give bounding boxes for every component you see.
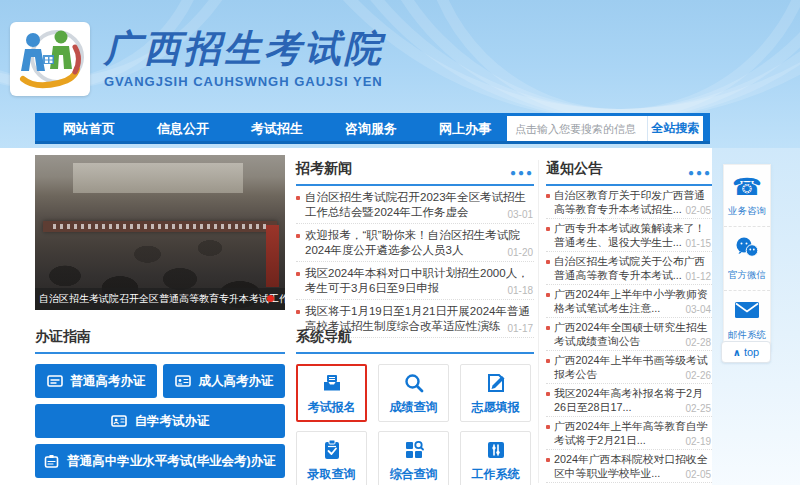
notice-date: 02-25: [685, 403, 711, 414]
guide-title: 办证指南: [35, 328, 91, 346]
notice-item[interactable]: 自治区教育厅关于印发广西普通高等教育专升本考试招生... 02-05: [546, 186, 712, 219]
id-card-icon: [175, 374, 191, 388]
notice-date: 01-15: [685, 238, 711, 249]
news-item[interactable]: 我区2024年本科对口中职计划招生2000人，考生可于3月6日至9日申报 01-…: [296, 262, 534, 300]
notice-date: 02-05: [685, 205, 711, 216]
notices-title: 通知公告: [546, 160, 602, 178]
carousel-indicator-dot[interactable]: [267, 295, 274, 302]
nav-item-info[interactable]: 信息公开: [143, 120, 223, 138]
notice-item[interactable]: 广西2024年上半年高等教育自学考试将于2月21日... 02-19: [546, 417, 712, 450]
notice-item[interactable]: 广西2024年上半年中小学教师资格考试笔试考生注意... 03-04: [546, 285, 712, 318]
quick-sidebar: ☎ 业务咨询 官方微信 邮件系统: [723, 164, 771, 351]
chevron-up-icon: ∧: [733, 347, 741, 358]
guide-button-huikao[interactable]: 普通高中学业水平考试(毕业会考)办证: [35, 444, 285, 478]
sliders-icon: [484, 438, 508, 462]
notice-date: 03-04: [685, 304, 711, 315]
news-title: 招考新闻: [296, 160, 352, 178]
tile-comprehensive-inquiry[interactable]: 综合查询: [378, 431, 449, 485]
sidebar-item-consult[interactable]: ☎ 业务咨询: [724, 165, 770, 227]
grid-search-icon: [402, 438, 426, 462]
inbox-icon: [320, 371, 344, 395]
phone-icon: ☎: [732, 174, 762, 200]
notice-item[interactable]: 我区2024年高考补报名将于2月26日至28日17... 02-25: [546, 384, 712, 417]
notice-item[interactable]: 自治区招生考试院关于公布广西普通高等教育专升本考试... 01-12: [546, 252, 712, 285]
site-title: 广西招生考试院: [104, 26, 384, 70]
bullet-icon: [546, 227, 550, 231]
mail-icon: [734, 300, 760, 324]
notice-date: 01-12: [685, 271, 711, 282]
id-card-icon: [111, 414, 127, 428]
systems-section: 系统导航 考试报名 成绩查询 志愿填报: [296, 328, 534, 485]
back-to-top-button[interactable]: ∧ top: [721, 341, 771, 363]
bullet-icon: [296, 234, 300, 238]
search-icon: [402, 371, 426, 395]
badge-icon: [44, 454, 59, 469]
site-search: 全站搜索: [507, 116, 703, 141]
notice-date: 02-26: [685, 370, 711, 381]
news-item[interactable]: 欢迎报考，“职”盼你来！自治区招生考试院2024年度公开遴选参公人员3人 01-…: [296, 224, 534, 262]
site-subtitle: GVANGJSIH CAUHSWNGH GAUJSI YEN: [104, 74, 384, 89]
search-button[interactable]: 全站搜索: [647, 116, 703, 141]
bullet-icon: [546, 260, 550, 264]
bullet-icon: [546, 326, 550, 330]
notice-date: 02-28: [685, 337, 711, 348]
bullet-icon: [296, 310, 300, 314]
nav-item-online[interactable]: 网上办事: [425, 120, 505, 138]
carousel-caption: 自治区招生考试院召开全区普通高等教育专升本考试工作推进会: [35, 288, 285, 310]
guide-button-gaokao[interactable]: 普通高考办证: [35, 364, 157, 398]
guide-button-chengkao[interactable]: 成人高考办证: [163, 364, 285, 398]
notice-date: 02-05: [685, 469, 711, 480]
search-input[interactable]: [507, 116, 647, 141]
main-nav: 网站首页 信息公开 考试招生 咨询服务 网上办事 全站搜索: [35, 113, 710, 144]
news-panel: 招考新闻 ●●● 自治区招生考试院召开2023年全区考试招生工作总结会暨2024…: [296, 160, 534, 338]
bullet-icon: [546, 458, 550, 462]
nav-item-exams[interactable]: 考试招生: [237, 120, 317, 138]
notices-panel: 通知公告 ●●● 自治区教育厅关于印发广西普通高等教育专升本考试招生... 02…: [538, 160, 712, 483]
wechat-icon: [734, 236, 760, 264]
guide-section: 办证指南 普通高考办证 成人高考办证 自学考试办证: [35, 328, 285, 478]
notices-more-link[interactable]: ●●●: [688, 168, 712, 178]
tile-score-inquiry[interactable]: 成绩查询: [378, 364, 449, 422]
site-title-block: 广西招生考试院 GVANGJSIH CAUHSWNGH GAUJSI YEN: [104, 26, 384, 89]
carousel-photo-crowd: [35, 155, 285, 310]
nav-item-consult[interactable]: 咨询服务: [331, 120, 411, 138]
page: 广西招生考试院 GVANGJSIH CAUHSWNGH GAUJSI YEN 网…: [0, 0, 800, 485]
news-more-link[interactable]: ●●●: [510, 168, 534, 178]
notice-item[interactable]: 广西专升本考试政策解读来了！普通考生、退役大学生士... 01-15: [546, 219, 712, 252]
site-logo[interactable]: [10, 22, 90, 96]
bullet-icon: [546, 425, 550, 429]
notice-date: 02-19: [685, 436, 711, 447]
tile-volunteer-filling[interactable]: 志愿填报: [460, 364, 531, 422]
news-item[interactable]: 自治区招生考试院召开2023年全区考试招生工作总结会暨2024年工作务虚会 03…: [296, 186, 534, 224]
notice-item[interactable]: 广西2024年全国硕士研究生招生考试成绩查询公告 02-28: [546, 318, 712, 351]
id-card-icon: [47, 374, 63, 388]
systems-title: 系统导航: [296, 328, 352, 346]
clipboard-check-icon: [320, 438, 344, 462]
bullet-icon: [546, 359, 550, 363]
notice-item[interactable]: 2024年广西本科院校对口招收全区中等职业学校毕业... 02-05: [546, 450, 712, 483]
nav-item-home[interactable]: 网站首页: [49, 120, 129, 138]
guide-button-zikao[interactable]: 自学考试办证: [35, 404, 285, 438]
news-carousel[interactable]: 自治区招生考试院召开全区普通高等教育专升本考试工作推进会: [35, 155, 285, 310]
edit-icon: [484, 371, 508, 395]
bullet-icon: [546, 293, 550, 297]
notice-item[interactable]: 广西2024年上半年书画等级考试报考公告 02-26: [546, 351, 712, 384]
bullet-icon: [296, 272, 300, 276]
news-date: 01-20: [507, 247, 533, 258]
bullet-icon: [546, 194, 550, 198]
logo-emblem: [15, 27, 85, 91]
bullet-icon: [296, 196, 300, 200]
tile-admission-inquiry[interactable]: 录取查询: [296, 431, 367, 485]
tile-work-system[interactable]: 工作系统: [460, 431, 531, 485]
sidebar-item-wechat[interactable]: 官方微信: [724, 227, 770, 291]
bullet-icon: [546, 392, 550, 396]
news-date: 03-01: [507, 209, 533, 220]
tile-exam-registration[interactable]: 考试报名: [296, 364, 367, 422]
news-date: 01-18: [507, 285, 533, 296]
